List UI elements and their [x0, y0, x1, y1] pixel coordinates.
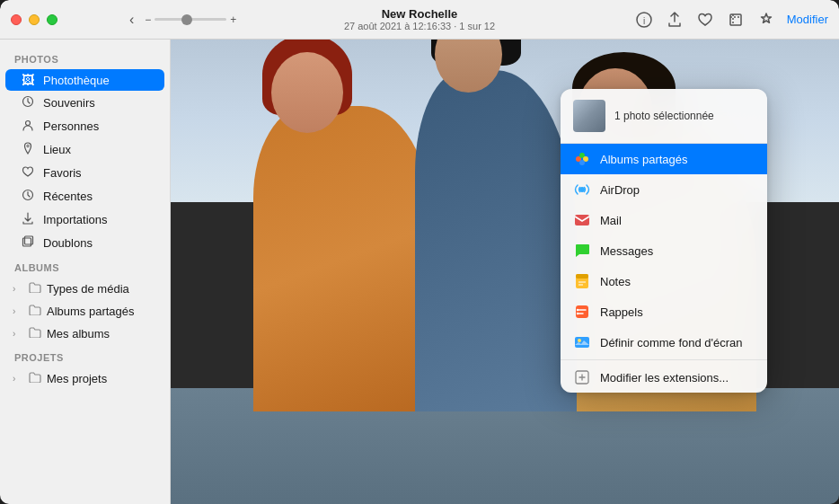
sidebar-item-mes-albums[interactable]: › Mes albums: [5, 323, 164, 344]
sidebar-label-types-media: Types de média: [47, 282, 129, 296]
expand-icon: ›: [13, 284, 23, 294]
zoom-track[interactable]: [155, 18, 226, 21]
recentes-icon: [20, 189, 36, 204]
zoom-thumb[interactable]: [181, 14, 192, 25]
souvenirs-icon: [20, 95, 36, 111]
sidebar-section-albums: Albums: [0, 255, 170, 277]
back-button[interactable]: ‹: [126, 10, 137, 30]
popup-label-wallpaper: Définir comme fond d'écran: [600, 336, 743, 349]
popup-item-wallpaper[interactable]: Définir comme fond d'écran: [561, 327, 767, 358]
titlebar-actions: i Modifier: [634, 10, 828, 30]
albums-partages-icon: [573, 150, 591, 168]
personnes-icon: [20, 119, 36, 134]
enhance-button[interactable]: [756, 10, 776, 30]
minimize-button[interactable]: [29, 14, 40, 25]
sidebar-label-importations: Importations: [43, 213, 108, 226]
sidebar-label-phototheque: Photothèque: [43, 74, 110, 87]
svg-rect-16: [576, 274, 588, 279]
sidebar-item-mes-projets[interactable]: › Mes projets: [5, 367, 164, 389]
expand-icon: ›: [13, 374, 23, 384]
svg-point-25: [578, 339, 581, 342]
sidebar-label-souvenirs: Souvenirs: [43, 96, 95, 110]
popup-item-albums-partages[interactable]: Albums partagés: [561, 144, 767, 174]
projets-icon: [27, 371, 43, 385]
folder-icon: [27, 281, 43, 296]
sidebar-item-albums-partages[interactable]: › Albums partagés: [5, 300, 164, 322]
sidebar-label-personnes: Personnes: [43, 119, 99, 133]
sidebar-item-importations[interactable]: Importations: [5, 208, 164, 231]
svg-point-22: [577, 309, 578, 311]
importations-icon: [20, 212, 36, 227]
wallpaper-icon: [573, 333, 591, 351]
popup-item-extensions[interactable]: Modifier les extensions...: [561, 362, 767, 393]
titlebar-center: New Rochelle 27 août 2021 à 12:16:33 · 1…: [344, 7, 495, 31]
favorite-button[interactable]: [695, 10, 715, 30]
maximize-button[interactable]: [47, 14, 57, 25]
sidebar-label-mes-albums: Mes albums: [47, 327, 110, 340]
svg-rect-2: [730, 14, 741, 25]
sidebar-item-personnes[interactable]: Personnes: [5, 115, 164, 137]
crop-button[interactable]: [726, 10, 746, 30]
zoom-slider: − +: [145, 13, 236, 26]
sidebar-item-souvenirs[interactable]: Souvenirs: [5, 92, 164, 114]
svg-rect-14: [575, 215, 589, 225]
svg-text:i: i: [643, 15, 645, 25]
rappels-icon: [573, 303, 591, 321]
svg-point-23: [577, 313, 578, 314]
doublons-icon: [20, 235, 36, 251]
extensions-icon: [573, 368, 591, 386]
popup-item-mail[interactable]: Mail: [561, 205, 767, 235]
svg-point-4: [26, 121, 31, 126]
svg-point-12: [579, 160, 585, 165]
sidebar-section-projets: Projets: [0, 345, 170, 367]
lieux-icon: [20, 142, 36, 157]
popup-label-mail: Mail: [600, 214, 622, 227]
messages-icon: [573, 242, 591, 260]
popup-item-airdrop[interactable]: AirDrop: [561, 174, 767, 205]
phototheque-icon: 🖼: [20, 73, 36, 87]
expand-icon: ›: [13, 329, 23, 339]
svg-rect-7: [23, 238, 31, 246]
popup-item-rappels[interactable]: Rappels: [561, 296, 767, 327]
popup-thumbnail: [573, 100, 605, 132]
photo-viewer: 1 photo sélectionnée Albums partagés: [171, 40, 839, 504]
modify-button[interactable]: Modifier: [787, 13, 828, 26]
expand-icon: ›: [13, 306, 23, 316]
sidebar-label-albums-partages: Albums partagés: [47, 305, 135, 318]
sidebar-item-doublons[interactable]: Doublons: [5, 232, 164, 254]
mail-icon: [573, 211, 591, 229]
share-button[interactable]: [665, 10, 684, 30]
my-albums-icon: [27, 326, 43, 340]
thumbnail-image: [573, 100, 605, 132]
sidebar-label-lieux: Lieux: [43, 143, 71, 156]
popup-selected-count: 1 photo sélectionnée: [614, 110, 714, 122]
zoom-plus-button[interactable]: +: [230, 13, 236, 26]
shared-folder-icon: [27, 304, 43, 318]
sidebar-label-mes-projets: Mes projets: [47, 372, 107, 385]
sidebar-item-types-media[interactable]: › Types de média: [5, 278, 164, 299]
svg-point-5: [27, 145, 29, 146]
window-title: New Rochelle: [382, 7, 458, 21]
zoom-minus-button[interactable]: −: [145, 13, 151, 26]
notes-icon: [573, 272, 591, 290]
close-button[interactable]: [11, 14, 22, 25]
sidebar-item-recentes[interactable]: Récentes: [5, 185, 164, 208]
titlebar-nav: ‹ − +: [126, 10, 236, 30]
sidebar-label-doublons: Doublons: [43, 236, 93, 250]
sidebar-label-favoris: Favoris: [43, 166, 82, 180]
share-popup: 1 photo sélectionnée Albums partagés: [561, 89, 767, 393]
sidebar-item-lieux[interactable]: Lieux: [5, 138, 164, 161]
sidebar: Photos 🖼 Photothèque Souvenirs Personnes…: [0, 40, 171, 504]
popup-label-rappels: Rappels: [600, 305, 643, 319]
info-button[interactable]: i: [634, 10, 654, 30]
sidebar-item-phototheque[interactable]: 🖼 Photothèque: [5, 69, 164, 91]
window-subtitle: 27 août 2021 à 12:16:33 · 1 sur 12: [344, 21, 495, 31]
popup-item-notes[interactable]: Notes: [561, 266, 767, 296]
popup-item-messages[interactable]: Messages: [561, 235, 767, 266]
popup-label-albums-partages: Albums partagés: [600, 153, 688, 166]
svg-rect-19: [576, 305, 588, 318]
favoris-icon: [20, 165, 36, 181]
sidebar-label-recentes: Récentes: [43, 190, 93, 203]
sidebar-item-favoris[interactable]: Favoris: [5, 162, 164, 184]
popup-label-messages: Messages: [600, 244, 653, 258]
